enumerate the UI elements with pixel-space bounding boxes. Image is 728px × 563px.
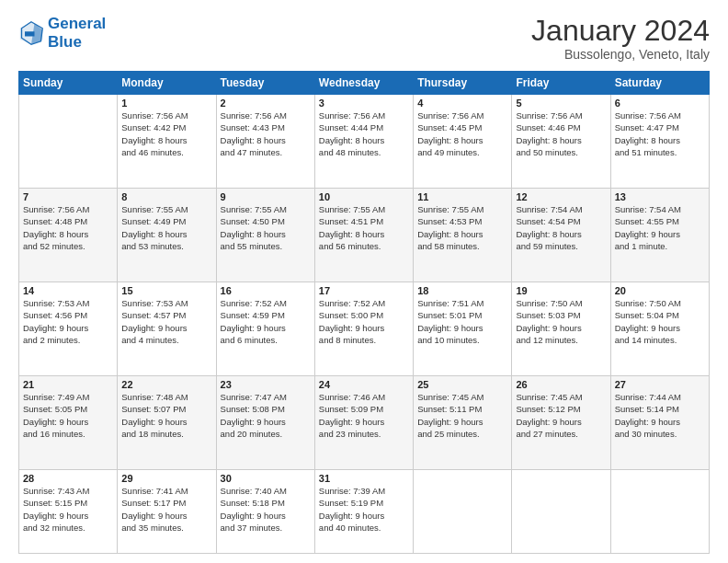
day-info: Sunrise: 7:55 AMSunset: 4:53 PMDaylight:… (417, 203, 507, 252)
day-info: Sunrise: 7:52 AMSunset: 5:00 PMDaylight:… (319, 297, 409, 346)
calendar-day-cell: 19Sunrise: 7:50 AMSunset: 5:03 PMDayligh… (512, 282, 610, 376)
day-number: 23 (221, 379, 311, 390)
calendar-day-cell: 30Sunrise: 7:40 AMSunset: 5:18 PMDayligh… (216, 470, 314, 554)
calendar-day-cell: 9Sunrise: 7:55 AMSunset: 4:50 PMDaylight… (216, 189, 314, 282)
calendar-day-cell: 7Sunrise: 7:56 AMSunset: 4:48 PMDaylight… (19, 189, 118, 282)
weekday-header-monday: Monday (118, 72, 216, 95)
calendar-day-cell: 22Sunrise: 7:48 AMSunset: 5:07 PMDayligh… (118, 376, 216, 470)
calendar-day-cell: 4Sunrise: 7:56 AMSunset: 4:45 PMDaylight… (414, 95, 512, 189)
day-number: 2 (221, 98, 311, 109)
day-number: 8 (121, 191, 211, 202)
day-info: Sunrise: 7:53 AMSunset: 4:56 PMDaylight:… (23, 297, 113, 346)
calendar-day-cell: 10Sunrise: 7:55 AMSunset: 4:51 PMDayligh… (314, 189, 413, 282)
day-info: Sunrise: 7:45 AMSunset: 5:11 PMDaylight:… (417, 391, 507, 440)
calendar-day-cell: 11Sunrise: 7:55 AMSunset: 4:53 PMDayligh… (414, 189, 512, 282)
calendar-day-cell: 13Sunrise: 7:54 AMSunset: 4:55 PMDayligh… (610, 189, 709, 282)
day-info: Sunrise: 7:55 AMSunset: 4:50 PMDaylight:… (221, 203, 311, 252)
page: General Blue January 2024 Bussolengo, Ve… (0, 0, 728, 563)
day-number: 11 (417, 191, 507, 202)
day-number: 17 (319, 285, 409, 296)
logo-text: General Blue (48, 15, 106, 51)
day-number: 12 (516, 191, 606, 202)
day-info: Sunrise: 7:49 AMSunset: 5:05 PMDaylight:… (23, 391, 113, 440)
day-number: 26 (516, 379, 606, 390)
day-info: Sunrise: 7:56 AMSunset: 4:48 PMDaylight:… (23, 203, 113, 252)
calendar-day-cell: 20Sunrise: 7:50 AMSunset: 5:04 PMDayligh… (610, 282, 709, 376)
day-number: 22 (121, 379, 211, 390)
calendar-day-cell (414, 470, 512, 554)
day-info: Sunrise: 7:41 AMSunset: 5:17 PMDaylight:… (121, 485, 211, 534)
calendar-week-row: 21Sunrise: 7:49 AMSunset: 5:05 PMDayligh… (19, 376, 710, 470)
weekday-header-wednesday: Wednesday (314, 72, 413, 95)
calendar-day-cell: 8Sunrise: 7:55 AMSunset: 4:49 PMDaylight… (118, 189, 216, 282)
day-number: 5 (516, 98, 606, 109)
calendar-day-cell: 21Sunrise: 7:49 AMSunset: 5:05 PMDayligh… (19, 376, 118, 470)
calendar-day-cell: 24Sunrise: 7:46 AMSunset: 5:09 PMDayligh… (314, 376, 413, 470)
day-info: Sunrise: 7:56 AMSunset: 4:44 PMDaylight:… (319, 109, 409, 158)
day-info: Sunrise: 7:54 AMSunset: 4:55 PMDaylight:… (615, 203, 705, 252)
day-info: Sunrise: 7:53 AMSunset: 4:57 PMDaylight:… (121, 297, 211, 346)
calendar-table: SundayMondayTuesdayWednesdayThursdayFrid… (18, 71, 710, 554)
day-number: 28 (23, 473, 113, 484)
day-number: 13 (615, 191, 705, 202)
day-number: 19 (516, 285, 606, 296)
calendar-day-cell: 23Sunrise: 7:47 AMSunset: 5:08 PMDayligh… (216, 376, 314, 470)
calendar-day-cell (19, 95, 118, 189)
title-block: January 2024 Bussolengo, Veneto, Italy (531, 15, 710, 62)
day-number: 16 (221, 285, 311, 296)
day-info: Sunrise: 7:43 AMSunset: 5:15 PMDaylight:… (23, 485, 113, 534)
day-info: Sunrise: 7:56 AMSunset: 4:46 PMDaylight:… (516, 109, 606, 158)
day-info: Sunrise: 7:52 AMSunset: 4:59 PMDaylight:… (221, 297, 311, 346)
day-info: Sunrise: 7:56 AMSunset: 4:47 PMDaylight:… (615, 109, 705, 158)
calendar-day-cell: 16Sunrise: 7:52 AMSunset: 4:59 PMDayligh… (216, 282, 314, 376)
day-number: 1 (121, 98, 211, 109)
day-number: 18 (417, 285, 507, 296)
day-number: 25 (417, 379, 507, 390)
day-number: 14 (23, 285, 113, 296)
day-info: Sunrise: 7:56 AMSunset: 4:43 PMDaylight:… (221, 109, 311, 158)
day-number: 21 (23, 379, 113, 390)
calendar-day-cell: 31Sunrise: 7:39 AMSunset: 5:19 PMDayligh… (314, 470, 413, 554)
calendar-day-cell: 17Sunrise: 7:52 AMSunset: 5:00 PMDayligh… (314, 282, 413, 376)
day-number: 30 (221, 473, 311, 484)
calendar-header-row: SundayMondayTuesdayWednesdayThursdayFrid… (19, 72, 710, 95)
day-info: Sunrise: 7:46 AMSunset: 5:09 PMDaylight:… (319, 391, 409, 440)
logo-icon (18, 20, 44, 46)
day-info: Sunrise: 7:50 AMSunset: 5:04 PMDaylight:… (615, 297, 705, 346)
day-number: 27 (615, 379, 705, 390)
calendar-day-cell: 27Sunrise: 7:44 AMSunset: 5:14 PMDayligh… (610, 376, 709, 470)
day-info: Sunrise: 7:47 AMSunset: 5:08 PMDaylight:… (221, 391, 311, 440)
calendar-day-cell: 15Sunrise: 7:53 AMSunset: 4:57 PMDayligh… (118, 282, 216, 376)
day-number: 7 (23, 191, 113, 202)
calendar-week-row: 14Sunrise: 7:53 AMSunset: 4:56 PMDayligh… (19, 282, 710, 376)
day-number: 15 (121, 285, 211, 296)
day-number: 31 (319, 473, 409, 484)
calendar-day-cell: 26Sunrise: 7:45 AMSunset: 5:12 PMDayligh… (512, 376, 610, 470)
day-info: Sunrise: 7:56 AMSunset: 4:45 PMDaylight:… (417, 109, 507, 158)
day-number: 4 (417, 98, 507, 109)
calendar-day-cell (512, 470, 610, 554)
page-subtitle: Bussolengo, Veneto, Italy (531, 47, 710, 62)
day-number: 6 (615, 98, 705, 109)
day-info: Sunrise: 7:54 AMSunset: 4:54 PMDaylight:… (516, 203, 606, 252)
calendar-day-cell: 3Sunrise: 7:56 AMSunset: 4:44 PMDaylight… (314, 95, 413, 189)
calendar-day-cell: 25Sunrise: 7:45 AMSunset: 5:11 PMDayligh… (414, 376, 512, 470)
calendar-day-cell: 14Sunrise: 7:53 AMSunset: 4:56 PMDayligh… (19, 282, 118, 376)
weekday-header-sunday: Sunday (19, 72, 118, 95)
day-number: 3 (319, 98, 409, 109)
weekday-header-friday: Friday (512, 72, 610, 95)
calendar-week-row: 1Sunrise: 7:56 AMSunset: 4:42 PMDaylight… (19, 95, 710, 189)
calendar-day-cell: 29Sunrise: 7:41 AMSunset: 5:17 PMDayligh… (118, 470, 216, 554)
weekday-header-thursday: Thursday (414, 72, 512, 95)
calendar-day-cell (610, 470, 709, 554)
day-info: Sunrise: 7:44 AMSunset: 5:14 PMDaylight:… (615, 391, 705, 440)
calendar-day-cell: 1Sunrise: 7:56 AMSunset: 4:42 PMDaylight… (118, 95, 216, 189)
day-info: Sunrise: 7:48 AMSunset: 5:07 PMDaylight:… (121, 391, 211, 440)
day-info: Sunrise: 7:51 AMSunset: 5:01 PMDaylight:… (417, 297, 507, 346)
page-title: January 2024 (531, 15, 710, 47)
logo: General Blue (18, 15, 106, 51)
day-number: 29 (121, 473, 211, 484)
day-info: Sunrise: 7:39 AMSunset: 5:19 PMDaylight:… (319, 485, 409, 534)
header: General Blue January 2024 Bussolengo, Ve… (18, 15, 710, 62)
day-number: 24 (319, 379, 409, 390)
